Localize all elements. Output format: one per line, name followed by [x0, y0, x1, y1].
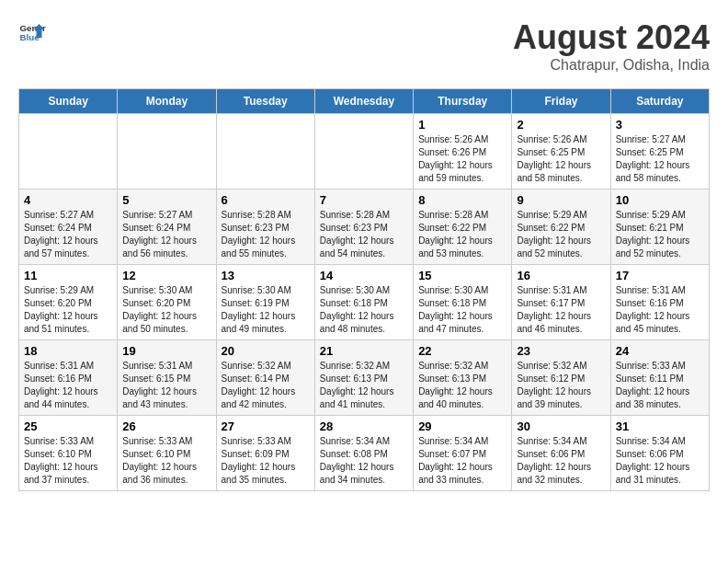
day-info: Sunrise: 5:26 AM Sunset: 6:26 PM Dayligh…	[418, 133, 506, 185]
week-row-2: 4Sunrise: 5:27 AM Sunset: 6:24 PM Daylig…	[19, 190, 710, 265]
day-number: 3	[616, 118, 704, 132]
day-cell: 21Sunrise: 5:32 AM Sunset: 6:13 PM Dayli…	[314, 340, 413, 416]
day-info: Sunrise: 5:33 AM Sunset: 6:10 PM Dayligh…	[122, 435, 210, 487]
day-number: 4	[24, 193, 112, 207]
day-number: 5	[122, 193, 210, 207]
day-cell: 26Sunrise: 5:33 AM Sunset: 6:10 PM Dayli…	[118, 416, 216, 491]
day-info: Sunrise: 5:28 AM Sunset: 6:23 PM Dayligh…	[320, 209, 408, 260]
day-info: Sunrise: 5:31 AM Sunset: 6:16 PM Dayligh…	[616, 284, 704, 336]
day-info: Sunrise: 5:26 AM Sunset: 6:25 PM Dayligh…	[517, 133, 605, 185]
week-row-3: 11Sunrise: 5:29 AM Sunset: 6:20 PM Dayli…	[19, 265, 710, 340]
day-info: Sunrise: 5:32 AM Sunset: 6:14 PM Dayligh…	[222, 360, 310, 411]
day-info: Sunrise: 5:33 AM Sunset: 6:09 PM Dayligh…	[222, 435, 310, 487]
day-info: Sunrise: 5:30 AM Sunset: 6:18 PM Dayligh…	[320, 284, 408, 336]
day-cell: 1Sunrise: 5:26 AM Sunset: 6:26 PM Daylig…	[414, 114, 512, 190]
day-info: Sunrise: 5:28 AM Sunset: 6:23 PM Dayligh…	[222, 209, 310, 260]
day-cell: 18Sunrise: 5:31 AM Sunset: 6:16 PM Dayli…	[19, 340, 118, 416]
day-number: 16	[517, 269, 605, 282]
day-cell: 19Sunrise: 5:31 AM Sunset: 6:15 PM Dayli…	[118, 340, 216, 416]
day-cell	[314, 114, 413, 190]
day-number: 28	[320, 419, 408, 433]
day-info: Sunrise: 5:34 AM Sunset: 6:07 PM Dayligh…	[418, 435, 506, 487]
day-info: Sunrise: 5:27 AM Sunset: 6:25 PM Dayligh…	[616, 133, 704, 185]
day-cell: 12Sunrise: 5:30 AM Sunset: 6:20 PM Dayli…	[118, 265, 216, 340]
day-header-saturday: Saturday	[610, 89, 709, 114]
day-number: 8	[418, 193, 506, 207]
day-info: Sunrise: 5:34 AM Sunset: 6:08 PM Dayligh…	[320, 435, 408, 487]
day-number: 11	[24, 269, 112, 282]
week-row-4: 18Sunrise: 5:31 AM Sunset: 6:16 PM Dayli…	[19, 340, 710, 416]
day-number: 17	[616, 269, 704, 282]
day-cell: 4Sunrise: 5:27 AM Sunset: 6:24 PM Daylig…	[19, 190, 118, 265]
day-header-wednesday: Wednesday	[314, 89, 413, 114]
day-cell: 2Sunrise: 5:26 AM Sunset: 6:25 PM Daylig…	[512, 114, 610, 190]
logo-icon: General Blue	[18, 18, 46, 46]
day-number: 18	[24, 344, 112, 358]
day-info: Sunrise: 5:27 AM Sunset: 6:24 PM Dayligh…	[24, 209, 112, 260]
day-number: 12	[122, 269, 210, 282]
day-info: Sunrise: 5:31 AM Sunset: 6:17 PM Dayligh…	[517, 284, 605, 336]
day-number: 21	[320, 344, 408, 358]
day-number: 6	[222, 193, 310, 207]
day-number: 15	[418, 269, 506, 282]
day-info: Sunrise: 5:32 AM Sunset: 6:13 PM Dayligh…	[418, 360, 506, 411]
location-subtitle: Chatrapur, Odisha, India	[513, 57, 710, 74]
day-cell: 29Sunrise: 5:34 AM Sunset: 6:07 PM Dayli…	[414, 416, 512, 491]
day-cell: 16Sunrise: 5:31 AM Sunset: 6:17 PM Dayli…	[512, 265, 610, 340]
day-cell: 8Sunrise: 5:28 AM Sunset: 6:22 PM Daylig…	[414, 190, 512, 265]
day-number: 14	[320, 269, 408, 282]
day-cell: 17Sunrise: 5:31 AM Sunset: 6:16 PM Dayli…	[610, 265, 709, 340]
day-cell: 15Sunrise: 5:30 AM Sunset: 6:18 PM Dayli…	[414, 265, 512, 340]
day-cell: 3Sunrise: 5:27 AM Sunset: 6:25 PM Daylig…	[610, 114, 709, 190]
day-info: Sunrise: 5:32 AM Sunset: 6:13 PM Dayligh…	[320, 360, 408, 411]
day-info: Sunrise: 5:29 AM Sunset: 6:20 PM Dayligh…	[24, 284, 112, 336]
day-info: Sunrise: 5:27 AM Sunset: 6:24 PM Dayligh…	[122, 209, 210, 260]
day-number: 23	[517, 344, 605, 358]
day-cell: 22Sunrise: 5:32 AM Sunset: 6:13 PM Dayli…	[414, 340, 512, 416]
day-number: 9	[517, 193, 605, 207]
day-info: Sunrise: 5:33 AM Sunset: 6:11 PM Dayligh…	[616, 360, 704, 411]
day-cell: 31Sunrise: 5:34 AM Sunset: 6:06 PM Dayli…	[610, 416, 709, 491]
day-number: 31	[616, 419, 704, 433]
day-info: Sunrise: 5:28 AM Sunset: 6:22 PM Dayligh…	[418, 209, 506, 260]
day-cell: 7Sunrise: 5:28 AM Sunset: 6:23 PM Daylig…	[314, 190, 413, 265]
day-cell: 24Sunrise: 5:33 AM Sunset: 6:11 PM Dayli…	[610, 340, 709, 416]
day-number: 2	[517, 118, 605, 132]
day-number: 7	[320, 193, 408, 207]
day-header-thursday: Thursday	[414, 89, 512, 114]
day-number: 10	[616, 193, 704, 207]
day-info: Sunrise: 5:32 AM Sunset: 6:12 PM Dayligh…	[517, 360, 605, 411]
day-header-monday: Monday	[118, 89, 216, 114]
day-cell: 13Sunrise: 5:30 AM Sunset: 6:19 PM Dayli…	[216, 265, 314, 340]
logo: General Blue	[18, 18, 46, 46]
day-info: Sunrise: 5:34 AM Sunset: 6:06 PM Dayligh…	[616, 435, 704, 487]
day-info: Sunrise: 5:30 AM Sunset: 6:20 PM Dayligh…	[122, 284, 210, 336]
day-info: Sunrise: 5:30 AM Sunset: 6:18 PM Dayligh…	[418, 284, 506, 336]
month-title: August 2024	[513, 18, 710, 57]
day-cell	[118, 114, 216, 190]
day-cell: 6Sunrise: 5:28 AM Sunset: 6:23 PM Daylig…	[216, 190, 314, 265]
day-cell: 30Sunrise: 5:34 AM Sunset: 6:06 PM Dayli…	[512, 416, 610, 491]
day-cell: 11Sunrise: 5:29 AM Sunset: 6:20 PM Dayli…	[19, 265, 118, 340]
page-header: General Blue August 2024 Chatrapur, Odis…	[18, 18, 710, 74]
day-cell: 28Sunrise: 5:34 AM Sunset: 6:08 PM Dayli…	[314, 416, 413, 491]
day-number: 27	[222, 419, 310, 433]
week-row-1: 1Sunrise: 5:26 AM Sunset: 6:26 PM Daylig…	[19, 114, 710, 190]
day-cell: 23Sunrise: 5:32 AM Sunset: 6:12 PM Dayli…	[512, 340, 610, 416]
day-cell	[216, 114, 314, 190]
day-header-tuesday: Tuesday	[216, 89, 314, 114]
day-info: Sunrise: 5:31 AM Sunset: 6:16 PM Dayligh…	[24, 360, 112, 411]
day-cell: 14Sunrise: 5:30 AM Sunset: 6:18 PM Dayli…	[314, 265, 413, 340]
day-cell	[19, 114, 118, 190]
day-number: 19	[122, 344, 210, 358]
calendar-header: SundayMondayTuesdayWednesdayThursdayFrid…	[19, 89, 710, 114]
day-number: 13	[222, 269, 310, 282]
day-cell: 27Sunrise: 5:33 AM Sunset: 6:09 PM Dayli…	[216, 416, 314, 491]
day-info: Sunrise: 5:31 AM Sunset: 6:15 PM Dayligh…	[122, 360, 210, 411]
day-header-friday: Friday	[512, 89, 610, 114]
day-number: 26	[122, 419, 210, 433]
day-number: 1	[418, 118, 506, 132]
day-cell: 9Sunrise: 5:29 AM Sunset: 6:22 PM Daylig…	[512, 190, 610, 265]
day-info: Sunrise: 5:34 AM Sunset: 6:06 PM Dayligh…	[517, 435, 605, 487]
day-number: 30	[517, 419, 605, 433]
